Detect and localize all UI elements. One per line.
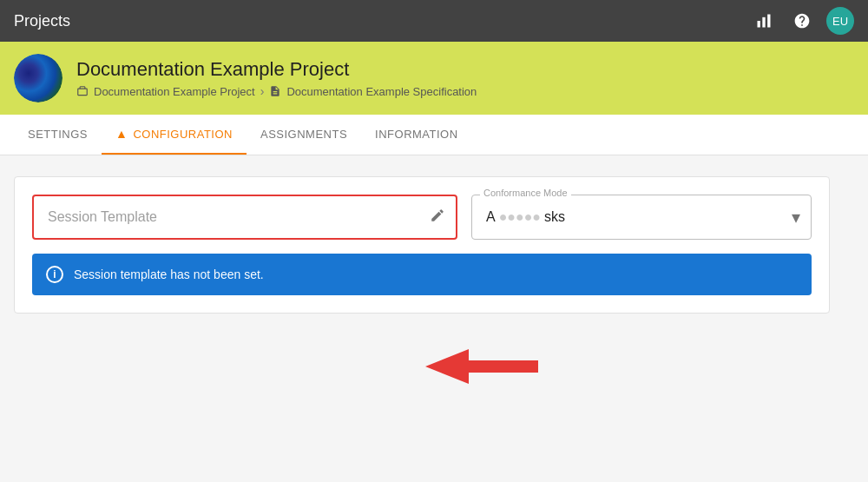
edit-icon[interactable] [430, 208, 445, 228]
help-icon [793, 12, 811, 30]
svg-rect-1 [762, 17, 765, 28]
info-banner: i Session template has not been set. [32, 254, 812, 295]
warning-icon: ▲ [115, 127, 128, 141]
svg-marker-3 [425, 349, 538, 384]
conformance-mode-label: Conformance Mode [480, 188, 571, 198]
project-header: Documentation Example Project Documentat… [0, 42, 868, 115]
tab-configuration-label: CONFIGURATION [133, 128, 233, 141]
config-row: Session Template Conformance Mode A●●●●●… [32, 195, 812, 240]
dropdown-arrow-icon: ▾ [792, 207, 800, 228]
conformance-mode-value: A●●●●●sks [486, 209, 565, 225]
breadcrumb: Documentation Example Project › Document… [76, 84, 477, 98]
tab-settings[interactable]: SETTINGS [14, 115, 102, 155]
bar-chart-icon [755, 12, 773, 30]
tabs-bar: SETTINGS ▲ CONFIGURATION ASSIGNMENTS INF… [0, 115, 868, 155]
tab-assignments[interactable]: ASSIGNMENTS [247, 115, 361, 155]
breadcrumb-separator: › [260, 84, 265, 98]
tab-information-label: INFORMATION [375, 128, 458, 141]
red-arrow-annotation [425, 345, 538, 392]
project-avatar [14, 54, 62, 102]
breadcrumb-child: Documentation Example Specification [286, 85, 477, 98]
conformance-mode-dropdown[interactable]: A●●●●●sks ▾ [471, 195, 812, 240]
tab-information[interactable]: INFORMATION [361, 115, 472, 155]
info-message: Session template has not been set. [74, 267, 264, 281]
session-template-label: Session Template [48, 209, 157, 225]
top-nav: Projects EU [0, 0, 868, 42]
app-title: Projects [14, 12, 70, 30]
spec-icon [269, 85, 281, 97]
conformance-mode-wrapper: Conformance Mode A●●●●●sks ▾ [471, 195, 812, 240]
help-button[interactable] [788, 7, 816, 35]
tab-configuration[interactable]: ▲ CONFIGURATION [102, 115, 247, 155]
user-avatar[interactable]: EU [826, 7, 854, 35]
session-template-field[interactable]: Session Template [32, 195, 457, 240]
config-card: Session Template Conformance Mode A●●●●●… [14, 176, 830, 314]
bar-chart-button[interactable] [750, 7, 778, 35]
info-icon: i [46, 266, 63, 283]
project-name: Documentation Example Project [76, 58, 477, 81]
svg-rect-0 [758, 21, 760, 28]
briefcase-icon [76, 85, 89, 97]
breadcrumb-parent: Documentation Example Project [94, 85, 255, 98]
svg-rect-2 [767, 15, 770, 28]
nav-actions: EU [750, 7, 854, 35]
main-content: Session Template Conformance Mode A●●●●●… [0, 155, 868, 334]
tab-settings-label: SETTINGS [28, 128, 88, 141]
tab-assignments-label: ASSIGNMENTS [260, 128, 347, 141]
project-info: Documentation Example Project Documentat… [76, 58, 477, 98]
